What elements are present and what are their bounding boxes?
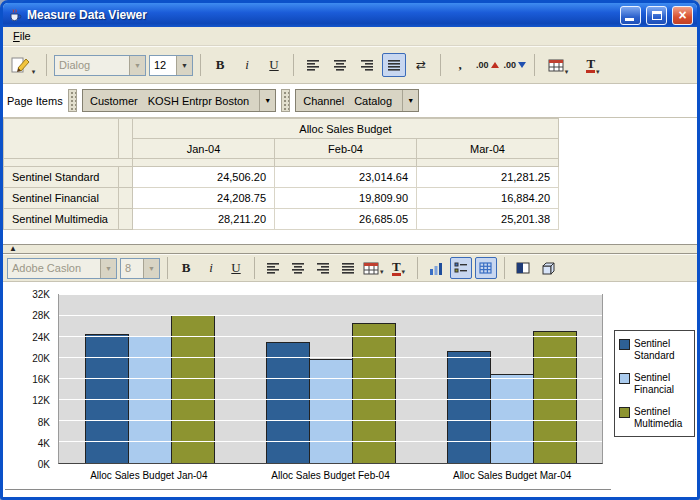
bar-sentinel-financial[interactable] [490,374,534,463]
toolbar-separator [534,54,535,76]
text-direction-icon: ⇄ [416,58,426,72]
column-header-cell[interactable]: Mar-04 [417,139,559,159]
combo-arrow-icon[interactable]: ▼ [176,56,192,75]
legend-entry: Sentinel Multimedia [619,406,690,429]
minimize-button[interactable] [620,6,641,25]
color-contrast-button[interactable] [512,257,534,279]
graph-format-labels-button[interactable]: T ▾ [388,257,410,279]
graph-align-center-button[interactable] [287,257,309,279]
decimal-icon: .00 [504,60,517,70]
gridline [59,357,602,358]
data-cell: 23,014.64 [275,167,417,188]
table-toolbar: ▾ Dialog ▼ 12 ▼ B i U ⇄ , .00 .00 [3,46,697,84]
font-name-combo[interactable]: Dialog ▼ [54,55,146,76]
bold-icon: B [216,57,225,73]
align-justify-icon [341,262,355,274]
pane-splitter[interactable]: ▲ [3,244,697,254]
bar-sentinel-standard[interactable] [447,351,491,463]
bar-sentinel-multimedia[interactable] [533,331,577,463]
maximize-icon [652,11,662,20]
toolbar-separator [200,54,201,76]
page-item-channel[interactable]: Channel Catalog ▼ [295,89,419,112]
increase-decimal-button[interactable]: .00 [475,53,500,77]
edit-sheet-button[interactable]: ▾ [7,51,39,79]
gridline [59,315,602,316]
page-item-grip[interactable] [281,89,290,112]
row-header-cell[interactable]: Sentinel Multimedia [4,209,119,230]
legend-label: Sentinel Standard [634,338,690,361]
align-center-icon [291,262,305,274]
row-header-cell[interactable]: Sentinel Standard [4,167,119,188]
underline-button[interactable]: U [262,53,286,77]
graph-italic-button[interactable]: i [200,257,222,279]
bold-button[interactable]: B [208,53,232,77]
align-center-button[interactable] [328,53,352,77]
arrow-up-icon [491,62,499,68]
graph-format-data-button[interactable]: ▾ [362,257,385,279]
dropdown-arrow-icon: ▾ [596,68,600,76]
align-justify-icon [387,59,401,71]
align-right-button[interactable] [355,53,379,77]
chart-type-button[interactable] [425,257,447,279]
title-bar: Measure Data Viewer × [3,3,697,27]
depth-3d-button[interactable] [537,257,559,279]
graph-font-name-combo[interactable]: Adobe Caslon ▼ [7,258,117,279]
toolbar-separator [417,257,418,279]
page-item-value: Catalog [354,95,392,107]
bar-sentinel-financial[interactable] [309,359,353,463]
combo-arrow-icon[interactable]: ▼ [402,90,418,111]
collapse-pane-icon[interactable]: ▲ [9,244,17,254]
thousands-separator-button[interactable]: , [448,53,472,77]
gridline [59,294,602,295]
maximize-button[interactable] [646,6,667,25]
bar-group [240,295,421,463]
arrow-down-icon [518,62,526,68]
measure-header-cell[interactable]: Alloc Sales Budget [133,119,559,139]
legend-toggle-button[interactable] [450,257,472,279]
legend-label: Sentinel Financial [634,372,690,395]
data-cell: 25,201.38 [417,209,559,230]
align-left-icon [306,59,320,71]
align-justify-button[interactable] [382,53,406,77]
italic-button[interactable]: i [235,53,259,77]
x-axis-label: Alloc Sales Budget Mar-04 [421,467,603,481]
combo-arrow-icon[interactable]: ▼ [259,90,275,111]
format-labels-icon: T [586,57,595,73]
align-left-button[interactable] [301,53,325,77]
dropdown-arrow-icon: ▾ [380,268,384,276]
graph-underline-button[interactable]: U [225,257,247,279]
decrease-decimal-button[interactable]: .00 [503,53,528,77]
toolbar-separator [167,257,168,279]
graph-font-size-combo[interactable]: 8 ▼ [120,258,160,279]
row-axis-grip[interactable] [119,119,133,159]
menu-file[interactable]: File [5,28,39,44]
gridlines-toggle-button[interactable] [475,257,497,279]
column-header-cell[interactable]: Jan-04 [133,139,275,159]
legend-icon [454,262,468,274]
page-item-value: KOSH Entrpr Boston [148,95,250,107]
page-item-customer[interactable]: Customer KOSH Entrpr Boston ▼ [82,89,276,112]
combo-arrow-icon[interactable]: ▼ [100,259,116,278]
graph-align-right-button[interactable] [312,257,334,279]
bar-sentinel-standard[interactable] [266,342,310,463]
corner-cell [4,119,119,159]
combo-arrow-icon[interactable]: ▼ [129,56,145,75]
page-item-grip[interactable] [68,89,77,112]
data-cell: 19,809.90 [275,188,417,209]
graph-bold-button[interactable]: B [175,257,197,279]
graph-align-left-button[interactable] [262,257,284,279]
format-labels-button[interactable]: T ▾ [577,51,609,79]
dropdown-arrow-icon: ▾ [32,68,36,76]
font-size-combo[interactable]: 12 ▼ [149,55,193,76]
row-header-cell[interactable]: Sentinel Financial [4,188,119,209]
measure-grip-row[interactable] [4,159,133,167]
underline-icon: U [269,57,278,73]
close-button[interactable]: × [672,6,693,25]
column-header-cell[interactable]: Feb-04 [275,139,417,159]
text-direction-button[interactable]: ⇄ [409,53,433,77]
format-data-button[interactable]: ▾ [542,51,574,79]
crosstab-table: Alloc Sales Budget Jan-04 Feb-04 Mar-04 … [3,118,559,230]
combo-arrow-icon[interactable]: ▼ [143,259,159,278]
grip-row-cell [275,159,417,167]
graph-align-justify-button[interactable] [337,257,359,279]
